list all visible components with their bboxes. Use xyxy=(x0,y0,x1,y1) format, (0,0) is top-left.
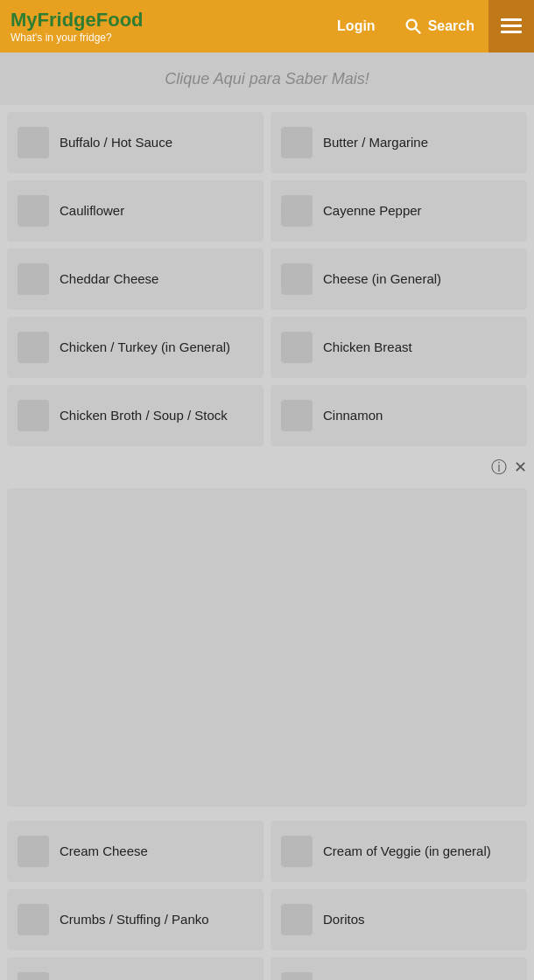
search-icon xyxy=(404,17,423,36)
ingredient-label-chicken-turkey-general: Chicken / Turkey (in General) xyxy=(60,339,230,356)
ingredient-card-doritos[interactable]: Doritos xyxy=(271,889,527,950)
ingredient-card-crumbs-stuffing-panko[interactable]: Crumbs / Stuffing / Panko xyxy=(7,889,263,950)
ingredient-card-cream-of-veggie-general[interactable]: Cream of Veggie (in general) xyxy=(271,821,527,882)
ingredients-grid-bottom: Cream CheeseCream of Veggie (in general)… xyxy=(0,814,534,980)
ingredient-label-cauliflower: Cauliflower xyxy=(60,202,124,220)
svg-rect-2 xyxy=(501,18,522,21)
ingredient-card-cream-cheese[interactable]: Cream Cheese xyxy=(7,821,263,882)
ingredient-checkbox-cream-of-veggie-general[interactable] xyxy=(281,836,313,867)
svg-point-0 xyxy=(406,20,416,30)
ad-region xyxy=(0,481,534,814)
ingredient-checkbox-crumbs-stuffing-panko[interactable] xyxy=(18,904,49,935)
ingredient-label-butter-margarine: Butter / Margarine xyxy=(323,134,428,151)
ad-content xyxy=(7,488,527,807)
ingredient-label-cayenne-pepper: Cayenne Pepper xyxy=(323,202,422,220)
ingredient-card-butter-margarine[interactable]: Butter / Margarine xyxy=(271,112,527,173)
close-icon[interactable]: ✕ xyxy=(514,458,527,477)
app-subtitle: What's in your fridge? xyxy=(11,32,323,44)
ingredient-label-chicken-broth-soup-stock: Chicken Broth / Soup / Stock xyxy=(60,407,228,424)
ingredient-card-cheese-in-general[interactable]: Cheese (in General) xyxy=(271,248,527,310)
search-button[interactable]: Search xyxy=(390,0,488,52)
ingredient-label-doritos: Doritos xyxy=(323,911,365,928)
ingredient-checkbox-cauliflower[interactable] xyxy=(18,195,49,227)
ingredient-label-chicken-breast: Chicken Breast xyxy=(323,339,412,356)
ingredient-card-chicken-broth-soup-stock[interactable]: Chicken Broth / Soup / Stock xyxy=(7,385,263,446)
ingredient-label-cream-cheese: Cream Cheese xyxy=(60,843,148,860)
header-actions: Login Search xyxy=(323,0,534,52)
ingredient-card-cinnamon[interactable]: Cinnamon xyxy=(271,385,527,446)
ingredient-card-chicken-turkey-general[interactable]: Chicken / Turkey (in General) xyxy=(7,317,263,378)
app-header: MyFridgeFood What's in your fridge? Logi… xyxy=(0,0,534,52)
search-label: Search xyxy=(428,18,474,34)
ingredient-label-buffalo-hot-sauce: Buffalo / Hot Sauce xyxy=(60,134,172,151)
ingredient-card-buffalo-hot-sauce[interactable]: Buffalo / Hot Sauce xyxy=(7,112,263,173)
login-button[interactable]: Login xyxy=(323,0,390,52)
app-logo: MyFridgeFood What's in your fridge? xyxy=(0,9,323,44)
ingredient-checkbox-cayenne-pepper[interactable] xyxy=(281,195,313,227)
ingredient-checkbox-eggs[interactable] xyxy=(18,972,49,980)
ingredient-label-crumbs-stuffing-panko: Crumbs / Stuffing / Panko xyxy=(60,911,209,928)
ingredient-checkbox-cream-cheese[interactable] xyxy=(18,836,49,867)
ingredient-checkbox-doritos[interactable] xyxy=(281,904,313,935)
ingredient-label-cheese-in-general: Cheese (in General) xyxy=(323,270,441,288)
ingredient-checkbox-cinnamon[interactable] xyxy=(281,400,313,431)
ingredient-card-eggs[interactable]: Eggs xyxy=(7,957,263,980)
ad-banner-top: Clique Aqui para Saber Mais! xyxy=(0,52,534,105)
ingredient-checkbox-butter-margarine[interactable] xyxy=(281,127,313,158)
ingredient-checkbox-chicken-turkey-general[interactable] xyxy=(18,332,49,363)
svg-line-1 xyxy=(415,28,420,33)
ingredient-card-fish-in-general[interactable]: Fish (in General) xyxy=(271,957,527,980)
ad-banner-text: Clique Aqui para Saber Mais! xyxy=(165,70,369,88)
ingredient-card-cauliflower[interactable]: Cauliflower xyxy=(7,180,263,242)
info-icon[interactable]: ⓘ xyxy=(491,457,507,478)
ad-info-row: ⓘ ✕ xyxy=(0,453,534,481)
ingredient-card-chicken-breast[interactable]: Chicken Breast xyxy=(271,317,527,378)
menu-button[interactable] xyxy=(488,0,534,52)
ingredient-checkbox-cheddar-cheese[interactable] xyxy=(18,263,49,295)
ingredient-card-cheddar-cheese[interactable]: Cheddar Cheese xyxy=(7,248,263,310)
svg-rect-4 xyxy=(501,31,522,33)
ingredient-checkbox-chicken-breast[interactable] xyxy=(281,332,313,363)
ingredient-label-cinnamon: Cinnamon xyxy=(323,407,383,424)
ingredient-checkbox-chicken-broth-soup-stock[interactable] xyxy=(18,400,49,431)
ingredient-label-cheddar-cheese: Cheddar Cheese xyxy=(60,270,158,288)
ingredient-checkbox-fish-in-general[interactable] xyxy=(281,972,313,980)
svg-rect-3 xyxy=(501,24,522,27)
app-name: MyFridgeFood xyxy=(11,9,323,32)
hamburger-icon xyxy=(501,18,522,34)
ingredient-checkbox-cheese-in-general[interactable] xyxy=(281,263,313,295)
ingredient-card-cayenne-pepper[interactable]: Cayenne Pepper xyxy=(271,180,527,242)
ingredients-grid-top: Buffalo / Hot SauceButter / MargarineCau… xyxy=(0,105,534,453)
ingredient-label-cream-of-veggie-general: Cream of Veggie (in general) xyxy=(323,843,491,860)
ingredient-checkbox-buffalo-hot-sauce[interactable] xyxy=(18,127,49,158)
